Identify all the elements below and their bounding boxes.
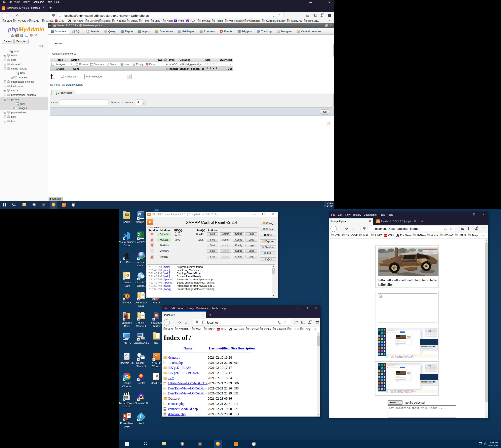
svg-text:echo "<div id='img_div'><img s: echo "<div id='img_div'><img src='' widt… xyxy=(391,356,417,357)
svg-text:echo "<p>".$row['image']."</p>: echo "<p>".$row['image']."</p></div>"; xyxy=(391,392,412,393)
svg-text:while ($row = mysqli_fetch_ass: while ($row = mysqli_fetch_assoc($result… xyxy=(390,390,414,391)
svg-text:echo "<p>".$row['image']."</p>: echo "<p>".$row['image']."</p></div>"; xyxy=(391,357,412,358)
svg-text:echo "<div id='img_div'><img s: echo "<div id='img_div'><img src='' widt… xyxy=(391,391,417,392)
svg-text:while ($row = mysqli_fetch_ass: while ($row = mysqli_fetch_assoc($result… xyxy=(390,355,414,356)
